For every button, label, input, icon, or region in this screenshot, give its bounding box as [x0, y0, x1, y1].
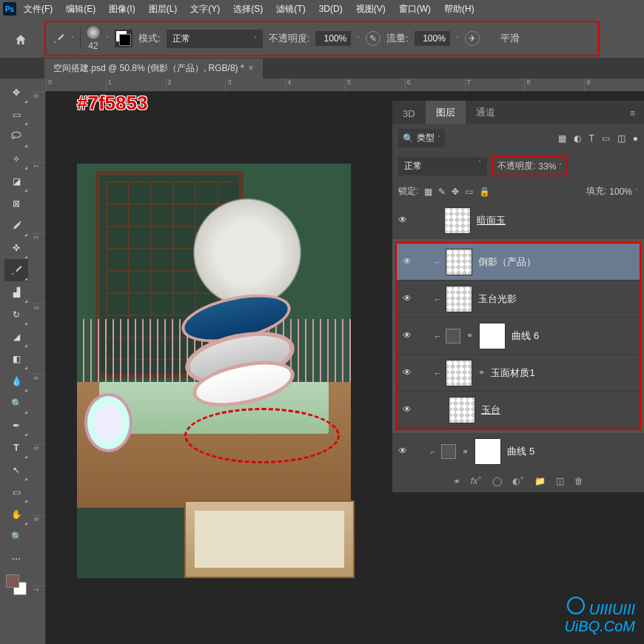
- layer-opacity-value[interactable]: 33%: [538, 161, 556, 172]
- menu-help[interactable]: 帮助(H): [438, 1, 480, 18]
- lock-artboard-icon[interactable]: ▭: [465, 187, 473, 197]
- filter-toggle-icon[interactable]: ●: [633, 133, 638, 144]
- layer-thumbnail[interactable]: [446, 360, 472, 386]
- tool-preset-dropdown[interactable]: ˅: [71, 36, 74, 42]
- color-swatch[interactable]: [6, 574, 27, 595]
- menu-3d[interactable]: 3D(D): [313, 1, 349, 16]
- layer-name[interactable]: 玉台: [481, 403, 500, 417]
- adjustment-layer-icon[interactable]: ◐˅: [512, 476, 524, 486]
- menu-image[interactable]: 图像(I): [103, 1, 141, 18]
- layer-name[interactable]: 曲线 5: [507, 445, 534, 458]
- filter-smart-icon[interactable]: ◫: [617, 133, 625, 144]
- mask-icon[interactable]: ◯: [492, 476, 502, 486]
- menu-file[interactable]: 文件(F): [18, 1, 58, 18]
- tab-layers[interactable]: 图层: [426, 101, 466, 124]
- link-icon[interactable]: ⚭: [462, 447, 469, 457]
- fg-color[interactable]: [6, 574, 19, 588]
- blend-mode-select[interactable]: 正常˅: [167, 30, 263, 48]
- brush-preview[interactable]: 42: [87, 26, 100, 51]
- dodge-tool[interactable]: 🔍: [4, 392, 28, 415]
- rect-tool[interactable]: ▭: [4, 481, 28, 503]
- opacity-input[interactable]: [315, 31, 351, 46]
- tab-3d[interactable]: 3D: [392, 103, 426, 124]
- gradient-tool[interactable]: ◧: [4, 348, 28, 370]
- horizontal-ruler[interactable]: 0123456789: [46, 78, 644, 92]
- layer-thumbnail[interactable]: [446, 286, 472, 312]
- layer-row[interactable]: 👁 ⌐ ⚭ 曲线 5: [392, 433, 644, 470]
- filter-type-icon[interactable]: T: [588, 133, 594, 144]
- layer-name[interactable]: 暗面玉: [477, 214, 506, 227]
- fx-icon[interactable]: fx˅: [471, 476, 482, 486]
- visibility-icon[interactable]: 👁: [403, 330, 415, 342]
- document-tab[interactable]: 空间搭建.psd @ 50.8% (倒影（产品）, RGB/8) * ×: [44, 58, 263, 78]
- menu-layer[interactable]: 图层(L): [143, 1, 184, 18]
- frame-tool[interactable]: ⊠: [4, 192, 28, 215]
- artboard[interactable]: [77, 164, 351, 578]
- menu-window[interactable]: 窗口(W): [393, 1, 437, 18]
- layer-row[interactable]: 👁 玉台: [397, 392, 640, 429]
- eyedropper-tool[interactable]: [4, 215, 28, 237]
- zoom-tool[interactable]: 🔍: [4, 526, 28, 548]
- lock-transparent-icon[interactable]: ▦: [424, 187, 432, 197]
- filter-pixel-icon[interactable]: ▦: [558, 133, 566, 144]
- layer-blend-select[interactable]: 正常˅: [398, 157, 487, 175]
- new-layer-icon[interactable]: ◫: [556, 476, 564, 486]
- lock-image-icon[interactable]: ✎: [438, 187, 446, 197]
- visibility-icon[interactable]: 👁: [403, 256, 415, 268]
- layer-thumbnail[interactable]: [444, 207, 471, 234]
- layer-opacity-dropdown[interactable]: ˅: [559, 163, 562, 170]
- home-button[interactable]: [9, 28, 33, 52]
- group-icon[interactable]: 📁: [534, 476, 546, 486]
- layer-name[interactable]: 倒影（产品）: [478, 255, 536, 269]
- marquee-tool[interactable]: ▭: [4, 104, 28, 126]
- ruler-origin[interactable]: [33, 78, 46, 92]
- hand-tool[interactable]: ✋: [4, 503, 28, 526]
- lock-position-icon[interactable]: ✥: [452, 187, 459, 197]
- move-tool[interactable]: ✥: [4, 81, 28, 104]
- layer-name[interactable]: 玉面材质1: [491, 366, 534, 380]
- history-brush-tool[interactable]: ↻: [4, 303, 28, 326]
- brush-panel-icon[interactable]: [115, 30, 133, 47]
- visibility-icon[interactable]: 👁: [398, 446, 410, 457]
- layer-row[interactable]: 👁 ⌐ ⚭ 玉面材质1: [397, 355, 640, 392]
- visibility-icon[interactable]: 👁: [403, 404, 415, 416]
- filter-adjust-icon[interactable]: ◐: [574, 133, 581, 144]
- brush-tool-icon[interactable]: [52, 32, 65, 45]
- flow-dropdown[interactable]: ˅: [456, 36, 459, 42]
- adjustment-icon[interactable]: [441, 444, 456, 459]
- brush-tool[interactable]: [4, 259, 28, 281]
- pen-tool[interactable]: ✒: [4, 415, 28, 437]
- eraser-tool[interactable]: ◢: [4, 326, 28, 348]
- mask-thumbnail[interactable]: [474, 438, 501, 465]
- adjustment-icon[interactable]: [446, 329, 460, 343]
- wand-tool[interactable]: ✧: [4, 148, 28, 170]
- delete-layer-icon[interactable]: 🗑: [574, 476, 583, 486]
- tab-channels[interactable]: 通道: [466, 101, 506, 124]
- edit-toolbar[interactable]: ⋯: [4, 548, 28, 570]
- menu-edit[interactable]: 编辑(E): [60, 1, 101, 18]
- opacity-dropdown[interactable]: ˅: [357, 36, 360, 42]
- lasso-tool[interactable]: [4, 126, 28, 148]
- layer-row[interactable]: 👁 ⌐ ⚭ 曲线 6: [397, 318, 640, 355]
- layer-thumbnail[interactable]: [446, 249, 472, 275]
- visibility-icon[interactable]: 👁: [403, 293, 415, 305]
- filter-shape-icon[interactable]: ▭: [602, 133, 610, 144]
- layer-row[interactable]: 👁 暗面玉: [392, 202, 644, 239]
- link-icon[interactable]: ⚭: [466, 331, 473, 341]
- link-icon[interactable]: ⚭: [478, 368, 485, 378]
- stamp-tool[interactable]: ▟: [4, 281, 28, 303]
- brush-picker-dropdown[interactable]: ˅: [106, 36, 109, 42]
- panel-menu-icon[interactable]: ≡: [621, 102, 644, 124]
- fill-dropdown[interactable]: ˅: [635, 188, 638, 195]
- crop-tool[interactable]: ◪: [4, 170, 28, 192]
- vertical-ruler[interactable]: 01234567: [33, 92, 46, 644]
- path-select-tool[interactable]: ↖: [4, 459, 28, 481]
- layer-thumbnail[interactable]: [449, 397, 475, 423]
- flow-input[interactable]: [415, 31, 450, 46]
- visibility-icon[interactable]: 👁: [403, 367, 415, 379]
- menu-select[interactable]: 选择(S): [227, 1, 269, 18]
- lock-all-icon[interactable]: 🔒: [479, 187, 490, 197]
- heal-tool[interactable]: ✜: [4, 237, 28, 259]
- visibility-icon[interactable]: 👁: [398, 215, 410, 227]
- airbrush-icon[interactable]: ✈: [465, 31, 480, 46]
